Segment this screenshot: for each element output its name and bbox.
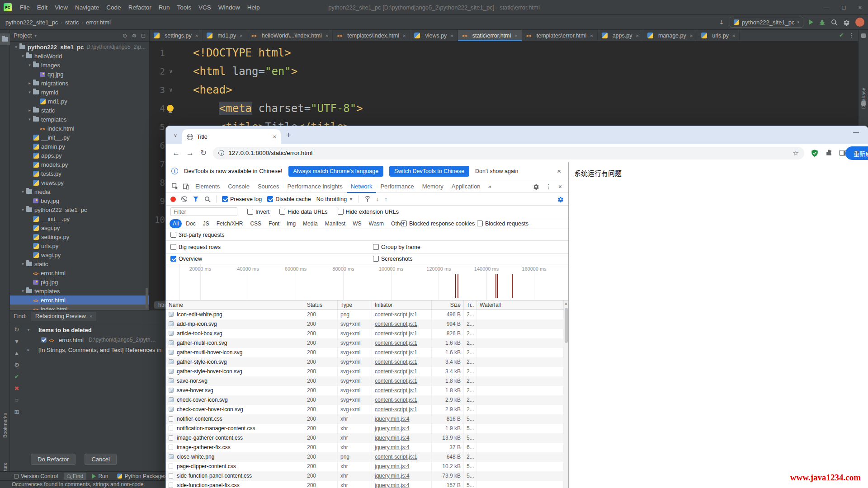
- request-initiator-link[interactable]: content-script.js:1: [372, 319, 432, 329]
- tree-expand-arrow[interactable]: ▾: [25, 328, 32, 332]
- network-request-row[interactable]: image-gatherer-fix.css 200 xhr jquery.mi…: [166, 443, 564, 452]
- column-header[interactable]: Initiator: [372, 300, 432, 310]
- tab-search-icon[interactable]: ∨: [171, 131, 179, 139]
- request-initiator-link[interactable]: content-script.js:1: [372, 376, 432, 386]
- network-request-row[interactable]: image-gatherer-content.css 200 xhr jquer…: [166, 433, 564, 443]
- third-party-checkbox[interactable]: 3rd-party requests: [170, 232, 224, 238]
- breadcrumb-item[interactable]: python222_site1_pc: [5, 19, 58, 26]
- request-initiator-link[interactable]: content-script.js:1: [372, 395, 432, 405]
- column-header[interactable]: Size: [432, 300, 464, 310]
- request-initiator-link[interactable]: content-script.js:1: [372, 338, 432, 348]
- forward-icon[interactable]: →: [186, 149, 194, 157]
- do-refactor-button[interactable]: Do Refactor: [31, 454, 75, 465]
- project-tree-item[interactable]: error.html: [10, 268, 149, 277]
- request-initiator-link[interactable]: jquery.min.js:4: [372, 462, 432, 471]
- project-tree-item[interactable]: views.py: [10, 178, 149, 187]
- network-request-row[interactable]: article-tool-box.svg 200 svg+xml content…: [166, 329, 564, 338]
- request-initiator-link[interactable]: jquery.min.js:4: [372, 414, 432, 424]
- user-avatar[interactable]: [855, 18, 864, 27]
- tab-close-icon[interactable]: ×: [590, 33, 593, 38]
- tab-close-icon[interactable]: ×: [90, 314, 92, 319]
- site-info-icon[interactable]: i: [218, 150, 224, 156]
- tree-expand-arrow[interactable]: ▾: [19, 54, 26, 58]
- devtools-settings-icon[interactable]: [533, 183, 539, 190]
- network-request-row[interactable]: check-cover-hover-icon.svg 200 svg+xml c…: [166, 405, 564, 414]
- project-tree-item[interactable]: apps.py: [10, 151, 149, 160]
- filter-funnel-icon[interactable]: [193, 196, 199, 202]
- import-har-icon[interactable]: ↓: [376, 196, 379, 202]
- editor-tab[interactable]: static\error.html ×: [458, 30, 522, 41]
- find-toolbar-icon[interactable]: ▲: [14, 350, 20, 356]
- project-tree-item[interactable]: ▸ migrations: [10, 79, 149, 88]
- run-configuration-select[interactable]: python222_site1_pc ▾: [730, 17, 803, 28]
- hide-extension-urls-checkbox[interactable]: Hide extension URLs: [338, 209, 399, 215]
- type-filter-chip[interactable]: All: [170, 219, 182, 228]
- network-request-row[interactable]: close-white.png 200 png content-script.j…: [166, 452, 564, 462]
- request-initiator-link[interactable]: content-script.js:1: [372, 452, 432, 462]
- tab-close-icon[interactable]: ×: [732, 33, 735, 38]
- match-language-button[interactable]: Always match Chrome's language: [288, 166, 384, 177]
- project-tree-item[interactable]: wsgi.py: [10, 250, 149, 259]
- tree-expand-arrow[interactable]: ▾: [19, 262, 26, 266]
- tab-close-icon[interactable]: ×: [514, 33, 517, 38]
- address-bar[interactable]: i 127.0.0.1:8000/static/error.html ☆: [213, 147, 804, 160]
- network-request-row[interactable]: icon-edit-white.png 200 png content-scri…: [166, 310, 564, 319]
- project-tree-item[interactable]: settings.py: [10, 232, 149, 241]
- devtools-tab[interactable]: Performance: [376, 180, 418, 193]
- fold-arrow-icon[interactable]: ∨: [165, 86, 177, 93]
- project-tree-item[interactable]: ▾ mymid: [10, 88, 149, 97]
- scrollbar-thumb[interactable]: [565, 308, 568, 343]
- tool-window-button[interactable]: Python Packages: [114, 473, 170, 480]
- network-request-row[interactable]: side-function-panel-fix.css 200 xhr jque…: [166, 481, 564, 488]
- menu-item[interactable]: File: [16, 3, 33, 12]
- project-tool-button[interactable]: [0, 33, 10, 45]
- network-settings-gear-icon[interactable]: [557, 196, 564, 202]
- menu-item[interactable]: Window: [215, 3, 244, 12]
- menu-item[interactable]: VCS: [195, 3, 215, 12]
- request-initiator-link[interactable]: content-script.js:1: [372, 348, 432, 357]
- big-request-rows-checkbox[interactable]: Big request rows: [170, 244, 221, 250]
- request-initiator-link[interactable]: content-script.js:1: [372, 405, 432, 414]
- project-tree-item[interactable]: ▸ static: [10, 106, 149, 115]
- network-request-row[interactable]: gather-mutil-hover-icon.svg 200 svg+xml …: [166, 348, 564, 357]
- filter-input[interactable]: [170, 207, 237, 216]
- menu-item[interactable]: Run: [155, 3, 174, 12]
- menu-item[interactable]: Edit: [33, 3, 51, 12]
- project-panel-header[interactable]: Project ▾ ⊕ ⚙ ⊟: [10, 30, 150, 41]
- tree-expand-arrow[interactable]: ▾: [19, 289, 26, 293]
- group-by-frame-checkbox[interactable]: Group by frame: [373, 244, 420, 250]
- tab-close-icon[interactable]: ×: [403, 33, 406, 38]
- project-tree-item[interactable]: ▾ python222_site1_pc: [10, 205, 149, 214]
- type-filter-chip[interactable]: JS: [200, 219, 212, 228]
- request-initiator-link[interactable]: content-script.js:1: [372, 386, 432, 395]
- editor-tab[interactable]: views.py ×: [410, 30, 458, 41]
- type-filter-chip[interactable]: CSS: [247, 219, 264, 228]
- vcs-update-icon[interactable]: ⇣: [719, 19, 724, 26]
- network-conditions-icon[interactable]: [364, 196, 371, 202]
- network-overview-timeline[interactable]: 20000 ms40000 ms60000 ms80000 ms100000 m…: [166, 264, 568, 300]
- editor-tab[interactable]: manage.py ×: [643, 30, 697, 41]
- tree-expand-arrow[interactable]: ▾: [19, 207, 26, 212]
- column-header[interactable]: Ti..: [464, 300, 477, 310]
- network-request-row[interactable]: gather-style-hover-icon.svg 200 svg+xml …: [166, 367, 564, 376]
- tab-close-icon[interactable]: ×: [240, 33, 242, 38]
- find-toolbar-icon[interactable]: ⊞: [14, 409, 19, 415]
- project-tree-item[interactable]: asgi.py: [10, 223, 149, 232]
- relaunch-button[interactable]: 重新启动: [845, 146, 868, 160]
- network-request-row[interactable]: gather-style-icon.svg 200 svg+xml conten…: [166, 357, 564, 367]
- project-tree-item[interactable]: ▾ templates: [10, 286, 149, 296]
- screenshots-checkbox[interactable]: Screenshots: [373, 256, 412, 262]
- tab-close-icon[interactable]: ×: [690, 33, 693, 38]
- tree-expand-arrow[interactable]: ▾: [13, 45, 19, 49]
- request-initiator-link[interactable]: jquery.min.js:4: [372, 481, 432, 488]
- network-request-row[interactable]: add-mp-icon.svg 200 svg+xml content-scri…: [166, 319, 564, 329]
- project-tree-item[interactable]: qq.jpg: [10, 70, 149, 79]
- minimize-button[interactable]: —: [824, 4, 830, 11]
- project-tree-item[interactable]: index.html: [10, 305, 149, 310]
- search-everywhere-icon[interactable]: [831, 19, 838, 26]
- more-tabs-icon[interactable]: »: [484, 183, 495, 190]
- clear-icon[interactable]: [181, 196, 187, 202]
- find-toolbar-icon[interactable]: ✔: [14, 374, 19, 380]
- database-tool-button[interactable]: Database: [859, 79, 868, 117]
- request-initiator-link[interactable]: jquery.min.js:4: [372, 471, 432, 481]
